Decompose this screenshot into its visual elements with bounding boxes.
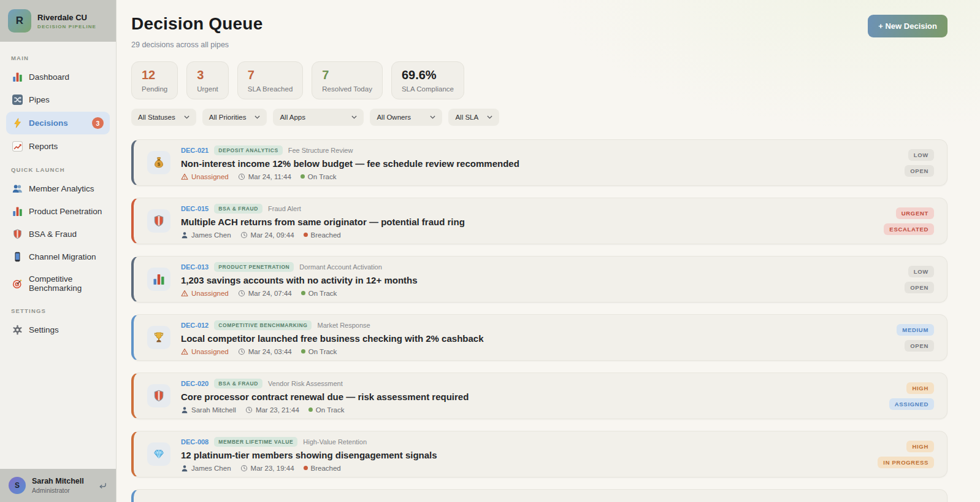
org-logo: R <box>8 9 31 33</box>
card-icon-box <box>147 209 170 233</box>
svg-text:$: $ <box>158 161 161 167</box>
decision-card[interactable]: DEC-012COMPETITIVE BENCHMARKINGMarket Re… <box>131 314 947 361</box>
card-icon-box <box>147 268 170 291</box>
owner-label: James Chen <box>191 465 231 472</box>
decision-badges: LOWOPEN <box>905 266 934 293</box>
sla-label: Breached <box>311 231 341 239</box>
decision-title[interactable]: 12 platinum-tier members showing disenga… <box>181 450 867 461</box>
new-decision-button[interactable]: + New Decision <box>868 15 947 37</box>
stat-label: SLA Breached <box>248 85 293 93</box>
chevron-down-icon <box>255 115 260 119</box>
sidebar: R Riverdale CU DECISION PIPELINE MAINDas… <box>0 0 117 502</box>
decision-title[interactable]: Core processor contract renewal due — ri… <box>181 392 878 403</box>
decision-badges: HIGHIN PROGRESS <box>878 441 934 468</box>
sidebar-item-member-analytics[interactable]: Member Analytics <box>6 178 110 199</box>
decision-id[interactable]: DEC-008 <box>181 438 209 446</box>
filter-all-sla[interactable]: All SLA <box>448 109 499 126</box>
decision-id[interactable]: DEC-020 <box>181 380 209 387</box>
timestamp-label: Mar 24, 09:44 <box>251 231 294 239</box>
decision-id[interactable]: DEC-015 <box>181 205 209 212</box>
owner: Unassigned <box>181 290 229 297</box>
decision-title[interactable]: Non-interest income 12% below budget — f… <box>181 158 894 169</box>
sidebar-item-pipes[interactable]: Pipes <box>6 89 110 110</box>
target-icon <box>12 279 23 289</box>
sla-label: On Track <box>308 173 337 180</box>
filter-all-priorities[interactable]: All Priorities <box>202 109 267 126</box>
sidebar-item-dashboard[interactable]: Dashboard <box>6 66 110 88</box>
sidebar-item-label: Member Analytics <box>29 184 94 193</box>
decision-list: $DEC-021DEPOSIT ANALYTICSFee Structure R… <box>131 139 947 502</box>
nav-section-label: MAIN <box>11 55 105 61</box>
sidebar-item-product-penetration[interactable]: Product Penetration <box>6 201 110 222</box>
decision-card-header: DEC-015BSA & FRAUDFraud Alert <box>181 204 873 214</box>
decision-meta: UnassignedMar 24, 07:44On Track <box>181 290 894 297</box>
filter-all-apps[interactable]: All Apps <box>273 109 364 126</box>
sidebar-item-competitive-benchmarking[interactable]: Competitive Benchmarking <box>6 269 110 298</box>
decision-badges: LOWOPEN <box>905 149 934 177</box>
filter-all-statuses[interactable]: All Statuses <box>131 109 196 126</box>
sidebar-item-reports[interactable]: Reports <box>6 136 110 157</box>
priority-badge: URGENT <box>896 207 934 219</box>
pipe-tag: MEMBER LIFETIME VALUE <box>214 437 297 447</box>
decision-id[interactable]: DEC-012 <box>181 322 209 329</box>
owner-label: Unassigned <box>191 290 229 297</box>
sla-status: On Track <box>301 290 337 297</box>
main-content: Decision Queue 29 decisions across all p… <box>117 0 980 502</box>
filter-label: All Statuses <box>138 114 175 121</box>
sla-label: On Track <box>308 348 337 355</box>
priority-badge: HIGH <box>906 382 934 394</box>
decision-card-body: DEC-008MEMBER LIFETIME VALUEHigh-Value R… <box>181 437 867 472</box>
chevron-down-icon <box>184 115 189 119</box>
timestamp: Mar 24, 09:44 <box>240 231 294 239</box>
timestamp-label: Mar 23, 21:44 <box>256 406 299 414</box>
sidebar-item-decisions[interactable]: Decisions3 <box>6 112 110 134</box>
decision-card[interactable]: DEC-015BSA & FRAUDFraud AlertMultiple AC… <box>131 198 947 244</box>
sla-dot <box>301 349 305 353</box>
decision-category: Fraud Alert <box>268 205 301 212</box>
pipe-tag: BSA & FRAUD <box>214 204 262 214</box>
decision-title[interactable]: 1,203 savings accounts with no activity … <box>181 275 894 286</box>
decision-card-body: DEC-021DEPOSIT ANALYTICSFee Structure Re… <box>181 145 894 180</box>
decision-card[interactable]: $DEC-021DEPOSIT ANALYTICSFee Structure R… <box>131 139 947 186</box>
user-footer[interactable]: S Sarah Mitchell Administrator <box>0 469 116 502</box>
sidebar-item-label: Pipes <box>29 95 50 104</box>
decision-card[interactable]: DEC-008MEMBER LIFETIME VALUEHigh-Value R… <box>131 431 947 477</box>
sidebar-item-settings[interactable]: Settings <box>6 319 110 341</box>
sla-status: Breached <box>304 465 341 472</box>
nav-section-label: SETTINGS <box>11 307 105 314</box>
decision-id[interactable]: DEC-013 <box>181 263 209 271</box>
decision-title[interactable]: Multiple ACH returns from same originato… <box>181 217 873 228</box>
return-arrow-icon[interactable] <box>98 482 107 490</box>
timestamp-label: Mar 24, 11:44 <box>248 173 291 180</box>
nav-section-label: QUICK LAUNCH <box>11 166 105 173</box>
decision-card[interactable]: DEC-013PRODUCT PENETRATIONDormant Accoun… <box>131 256 947 303</box>
chevron-down-icon <box>351 115 357 119</box>
decision-card-body: DEC-013PRODUCT PENETRATIONDormant Accoun… <box>181 262 894 297</box>
sidebar-item-channel-migration[interactable]: Channel Migration <box>6 246 110 268</box>
person-icon <box>181 465 188 472</box>
stat-card-urgent: 3Urgent <box>186 61 229 99</box>
filter-all-owners[interactable]: All Owners <box>370 109 442 126</box>
decision-meta: James ChenMar 23, 19:44Breached <box>181 465 867 472</box>
timestamp: Mar 23, 21:44 <box>245 406 299 414</box>
sla-dot <box>301 174 305 179</box>
owner-label: Unassigned <box>191 173 229 180</box>
filters-row: All StatusesAll PrioritiesAll AppsAll Ow… <box>131 109 947 126</box>
owner-label: Unassigned <box>191 348 229 355</box>
timestamp-label: Mar 24, 03:44 <box>248 348 292 355</box>
decision-id[interactable]: DEC-021 <box>181 147 209 154</box>
decision-title[interactable]: Local competitor launched free business … <box>181 333 886 344</box>
filter-label: All Priorities <box>209 114 247 121</box>
trophy-icon <box>153 331 165 344</box>
gear-icon <box>12 325 23 335</box>
decision-card[interactable]: DEC-020BSA & FRAUDVendor Risk Assessment… <box>131 373 947 419</box>
sidebar-item-label: Channel Migration <box>29 252 96 261</box>
bar-chart-icon <box>12 206 23 217</box>
status-badge: OPEN <box>905 282 934 293</box>
decision-card[interactable] <box>131 489 947 502</box>
clock-icon <box>240 465 248 472</box>
phone-icon <box>12 252 23 262</box>
chevron-down-icon <box>430 115 435 119</box>
timestamp: Mar 24, 07:44 <box>238 290 292 297</box>
sidebar-item-bsa-fraud[interactable]: BSA & Fraud <box>6 223 110 245</box>
